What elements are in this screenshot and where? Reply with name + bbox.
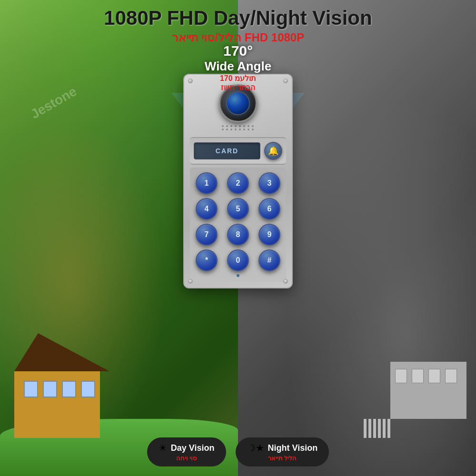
dot (248, 125, 249, 127)
building-left (14, 333, 109, 428)
key-7[interactable]: 7 (196, 224, 218, 246)
speaker-dots (222, 125, 255, 130)
wide-angle-overlay: 170° Wide Angle תולעמ 170 הבחר תיווז (205, 43, 271, 92)
badge-night: ☽★ Night Vision הליל תייאר (236, 437, 329, 466)
app: Jestone 1080P FHD Day/Night Vision הליל/… (0, 0, 476, 476)
dot (235, 129, 237, 130)
badge-night-label: Night Vision (268, 443, 318, 453)
dot (252, 125, 254, 127)
header: 1080P FHD Day/Night Vision הליל/סוי תייא… (0, 7, 476, 44)
window (62, 381, 76, 397)
dot (222, 129, 224, 130)
dot (248, 129, 249, 130)
degrees-label: 170° (205, 43, 271, 59)
indicator-dot (237, 274, 239, 277)
dot (226, 129, 228, 130)
key-3[interactable]: 3 (258, 172, 280, 194)
card-reader[interactable]: CARD (194, 142, 260, 159)
roof-left (14, 333, 109, 371)
fence-post (368, 419, 371, 438)
key-6[interactable]: 6 (258, 198, 280, 220)
window (24, 381, 38, 397)
bell-icon: 🔔 (268, 146, 278, 156)
dot (235, 125, 237, 127)
dot (252, 129, 254, 130)
key-0[interactable]: 0 (227, 249, 249, 271)
body-left (14, 371, 100, 438)
device-panel: CARD 🔔 123456789*0# (183, 74, 293, 288)
fence-post (364, 419, 367, 438)
screw-bottom-left (188, 279, 193, 284)
body-right (390, 362, 466, 419)
key-*[interactable]: * (196, 249, 218, 271)
key-9[interactable]: 9 (258, 224, 280, 246)
card-section: CARD 🔔 (190, 137, 286, 165)
fence-post (378, 419, 381, 438)
badge-day-label: Day Vision (171, 443, 215, 453)
key-2[interactable]: 2 (227, 172, 249, 194)
dot (222, 125, 224, 127)
screw-top-left (188, 79, 193, 83)
sun-icon: ☀ (159, 442, 167, 454)
window (81, 381, 95, 397)
window (412, 369, 424, 383)
dot (226, 125, 228, 127)
camera-lens (226, 91, 250, 115)
bell-button[interactable]: 🔔 (264, 142, 282, 160)
key-8[interactable]: 8 (227, 224, 249, 246)
building-right (390, 362, 466, 438)
fence (364, 419, 390, 438)
card-label: CARD (216, 147, 238, 155)
fence-post (383, 419, 386, 438)
dot (239, 125, 241, 127)
screw-top-right (283, 79, 288, 83)
wide-angle-label: Wide Angle (205, 59, 271, 74)
key-5[interactable]: 5 (227, 198, 249, 220)
moon-star-icon: ☽★ (247, 442, 264, 454)
title-hebrew: הליל/סוי תייאר FHD 1080P (0, 31, 476, 44)
dot (230, 129, 232, 130)
window (395, 369, 407, 383)
badge-night-top: ☽★ Night Vision (247, 442, 318, 454)
window (428, 369, 440, 383)
screw-bottom-right (283, 279, 288, 284)
dot (243, 129, 245, 130)
badge-day-top: ☀ Day Vision (159, 442, 215, 454)
badge-day: ☀ Day Vision סוי ויחה (147, 437, 226, 466)
dot (230, 125, 232, 127)
fence-post (373, 419, 376, 438)
title-main: 1080P FHD Day/Night Vision (0, 7, 476, 29)
window (43, 381, 57, 397)
badge-night-hebrew: הליל תייאר (268, 455, 297, 462)
key-#[interactable]: # (258, 249, 280, 271)
key-4[interactable]: 4 (196, 198, 218, 220)
wide-angle-hebrew2: הבחר תיווז (205, 83, 271, 92)
keypad-grid: 123456789*0# (193, 172, 283, 271)
bottom-badges: ☀ Day Vision סוי ויחה ☽★ Night Vision הל… (0, 437, 476, 466)
wide-angle-hebrew1: תולעמ 170 (205, 74, 271, 83)
fence-post (387, 419, 390, 438)
dot (243, 125, 245, 127)
badge-day-hebrew: סוי ויחה (176, 455, 197, 462)
window (445, 369, 457, 383)
key-1[interactable]: 1 (196, 172, 218, 194)
keypad-section: 123456789*0# (190, 168, 286, 282)
dot (239, 129, 241, 130)
device-container: CARD 🔔 123456789*0# (183, 74, 293, 288)
